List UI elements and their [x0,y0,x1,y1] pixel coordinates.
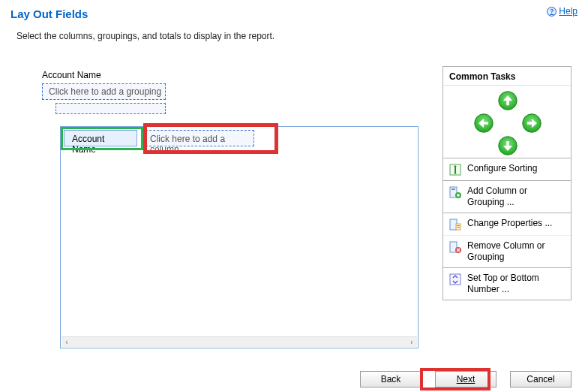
next-button[interactable]: Next [435,371,496,387]
svg-rect-12 [457,227,460,228]
panel-header: Common Tasks [443,67,571,86]
help-link[interactable]: ? Help [547,6,578,17]
task-change-properties[interactable]: Change Properties ... [443,213,571,235]
svg-rect-11 [457,225,460,226]
common-tasks-panel: Common Tasks Configure Sorting Add Colum… [442,66,572,300]
add-column-placeholder[interactable]: Click here to add a column [142,130,254,146]
top-bottom-icon [449,273,461,285]
column-account-name[interactable]: Account Name [64,130,137,146]
help-icon: ? [547,7,556,17]
sort-icon [449,164,461,176]
layout-area: Account Name Click here to add a groupin… [16,66,433,348]
task-label: Remove Column or Grouping [467,240,565,263]
add-grouping-placeholder[interactable]: Click here to add a grouping [42,83,166,100]
task-label: Set Top or Bottom Number ... [467,273,565,295]
arrow-pad [443,86,571,158]
report-canvas: Account Name Click here to add a column … [60,126,418,348]
arrow-left-button[interactable] [473,113,494,134]
task-label: Change Properties ... [467,218,565,229]
scroll-left-arrow[interactable]: ‹ [62,338,72,346]
arrow-right-button[interactable] [521,113,542,134]
grouping-subrow[interactable] [56,103,166,114]
help-label: Help [559,6,578,17]
arrow-down-button[interactable] [497,135,518,156]
group-field-label: Account Name [16,66,433,83]
svg-rect-5 [454,167,456,173]
task-add-column[interactable]: Add Column or Grouping ... [443,181,571,213]
properties-icon [449,219,461,231]
task-configure-sorting[interactable]: Configure Sorting [443,158,571,180]
page-title: Lay Out Fields [10,8,578,20]
task-remove-column[interactable]: Remove Column or Grouping [443,235,571,267]
add-column-icon [449,186,461,198]
scroll-right-arrow[interactable]: › [406,338,417,346]
footer-buttons: Back Next Cancel [360,371,572,387]
instruction-text: Select the columns, groupings, and total… [0,25,588,53]
back-button[interactable]: Back [360,371,422,387]
task-label: Configure Sorting [467,163,565,174]
svg-rect-7 [452,188,455,190]
remove-column-icon [449,241,461,253]
cancel-button[interactable]: Cancel [510,371,572,387]
arrow-up-button[interactable] [497,90,518,111]
task-label: Add Column or Grouping ... [467,185,565,208]
canvas-h-scrollbar[interactable]: ‹ › [62,336,417,347]
task-top-bottom[interactable]: Set Top or Bottom Number ... [443,268,571,300]
